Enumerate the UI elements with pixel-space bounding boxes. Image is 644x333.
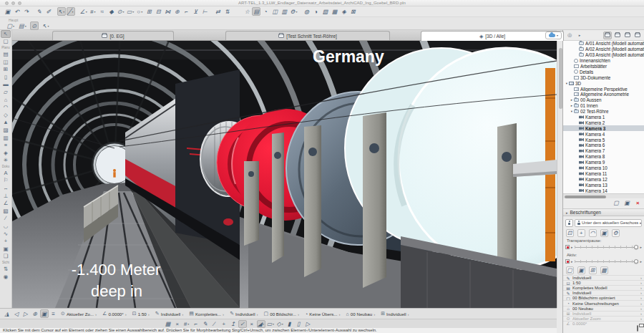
arrow-tool-icon[interactable]: ↖ [57, 7, 66, 16]
teamwork-receive-icon[interactable]: ⇅ [223, 7, 231, 16]
tab-test-schnitt[interactable]: [Test Schnitt Test-Röhre] [225, 31, 390, 40]
subelement-icon[interactable]: ▦ [164, 320, 172, 328]
render-icon[interactable]: ◍ [302, 7, 311, 16]
clone-viewpoint-icon[interactable]: ▣ [623, 199, 631, 207]
camera-tool-icon[interactable]: ◉ [1, 273, 11, 281]
separator[interactable] [298, 7, 301, 16]
tree-item[interactable]: A/01 Ansicht (Modell automatisch wieder … [563, 41, 644, 47]
tree-item[interactable]: Kamera 2 [563, 120, 644, 125]
slope-icon[interactable]: ◢ [257, 320, 265, 328]
tree-item[interactable]: A/03 Ansicht (Modell automatisch wieder … [563, 52, 644, 58]
slider-thumb[interactable] [634, 259, 638, 264]
level-dimension-tool-icon[interactable]: ⊥ [1, 192, 11, 200]
pen-set-dropdown[interactable]: ✎ Individuell [152, 311, 186, 317]
figure-tool-icon[interactable]: ▣ [1, 245, 11, 253]
projektmappe-button[interactable] [603, 32, 612, 39]
delete-viewpoint-icon[interactable]: × [634, 199, 642, 207]
arrow-info-button[interactable]: ↖ [42, 21, 50, 30]
label-tool-icon[interactable]: ⚐ [1, 177, 11, 185]
arc-tool-icon[interactable]: ◡ [1, 222, 11, 230]
layers-icon[interactable]: ▤ [252, 7, 260, 16]
tree-item[interactable]: Allgemeine Perspektive [563, 86, 644, 92]
plus-icon[interactable]: + [220, 320, 228, 328]
new-folder-icon[interactable]: ▢ [613, 199, 620, 207]
screen-set-icon[interactable]: ◫ [270, 7, 279, 16]
line-icon[interactable]: ∕ [210, 320, 219, 328]
scale-row[interactable]: ⊡ 1:50 [563, 280, 644, 285]
line-tool-icon[interactable]: ∕ [1, 215, 11, 223]
3d-viewport[interactable]: Germany -1.400 Meter deep in [12, 41, 557, 308]
object-tool-icon[interactable]: ◈ [1, 149, 11, 157]
orbit-icon[interactable]: ≡ [49, 309, 58, 318]
selection-preset-dropdown[interactable]: ▢ [6, 21, 16, 30]
tree-item[interactable]: Kamera 4 [563, 131, 644, 137]
publish-icon[interactable]: ▥ [280, 7, 288, 16]
layoutbuch-button[interactable] [623, 32, 632, 39]
corner-icon[interactable]: ⌐ [192, 320, 200, 328]
filter-icon[interactable]: ⊡ [566, 229, 574, 237]
scale-dropdown[interactable]: ⊡ 1:50 [130, 311, 152, 317]
arrow-tool-icon[interactable]: ↖ [1, 30, 11, 38]
settings-icon[interactable]: ⚙ [289, 7, 298, 16]
aktiv-slider[interactable]: ▸ ▸ [565, 258, 642, 265]
roof-tool-icon[interactable]: ⌂ [1, 96, 11, 104]
separator[interactable] [76, 7, 79, 16]
lamp-tool-icon[interactable]: ✳ [1, 157, 11, 165]
quick-options-icon[interactable]: ◔ [261, 7, 270, 16]
delete-icon[interactable]: × [173, 320, 182, 328]
dome-icon[interactable]: ◠ [589, 229, 597, 237]
zoom-icon[interactable]: ⊕ [31, 309, 39, 318]
renovation-filter-dropdown[interactable]: ⌂ 00 Neubau [343, 311, 379, 317]
graphic-override-dropdown[interactable]: ◔ Keine Übers... [302, 311, 343, 317]
door-tool-icon[interactable]: ◫ [1, 58, 11, 66]
separator[interactable] [210, 7, 213, 16]
layer-combination-row[interactable]: ▢ 00 Bildschirm optimiert [563, 295, 644, 300]
toolbox-section-sichten[interactable]: Sicht [1, 260, 11, 265]
marquee-3d-icon[interactable]: ⊠ [348, 7, 357, 16]
tree-item[interactable]: Allgemeine Axonometrie [563, 92, 644, 97]
separator[interactable] [31, 7, 34, 16]
story-filter-select[interactable]: Unter dem aktuellen Geschoss ▸ [575, 219, 642, 227]
navigator-popout-icon[interactable]: ▸ [575, 32, 584, 39]
tree-item[interactable]: Kamera 12 [563, 176, 644, 182]
curtain-wall-tool-icon[interactable]: ▥ [1, 134, 11, 142]
raise-icon[interactable]: ↥ [229, 320, 238, 328]
layer-combination-dropdown[interactable]: ▢ 00 Bildschir... [261, 311, 303, 317]
favorites-icon[interactable]: ☆ [243, 7, 251, 16]
toolbox-section-dokumentation[interactable]: Doku [1, 164, 11, 169]
tree-item[interactable]: ▸ 00 Aussen [563, 97, 644, 103]
tab-0-eg[interactable]: [0. EG] [52, 31, 174, 40]
section-tool-icon[interactable]: ⇅ [1, 265, 11, 273]
tree-item[interactable]: A/02 Ansicht (Modell automatisch wieder … [563, 47, 644, 52]
forward-icon[interactable]: ▷ [21, 309, 30, 318]
tree-item[interactable]: Kamera 14 [563, 188, 644, 193]
angle-dimension-tool-icon[interactable]: ∠ [1, 199, 11, 207]
tree-item[interactable]: Kamera 6 [563, 143, 644, 148]
arrow-pen-icon[interactable]: ▷ [303, 320, 312, 328]
polyline-tool-icon[interactable]: ∿ [1, 230, 11, 238]
scrollbar-thumb[interactable] [565, 196, 606, 198]
tree-item[interactable]: Innenansichten [563, 58, 644, 64]
organizer-icon[interactable]: ⊞ [145, 7, 153, 16]
column-tool-icon[interactable]: ▯ [1, 73, 11, 81]
pen-set-row[interactable]: ✎ Individuell [563, 290, 644, 295]
beam-tool-icon[interactable]: ▬ [1, 81, 11, 89]
snap-guides-icon[interactable]: ≈ [98, 7, 107, 16]
grid-snap-icon[interactable]: # [182, 320, 191, 328]
tree-item[interactable]: Kamera 10 [563, 165, 644, 171]
graphic-override-row[interactable]: ◔ Keine Überschreibungen [563, 300, 644, 305]
model-darstellung-dropdown[interactable]: ✎ Individuell [227, 311, 260, 317]
tree-item[interactable]: Kamera 9 [563, 160, 644, 165]
annotation-visibility-button[interactable] [565, 219, 573, 227]
tree-item[interactable]: Kamera 1 [563, 115, 644, 120]
separator[interactable] [54, 7, 57, 16]
undo-icon[interactable]: ↶ [13, 7, 21, 16]
guide-lines-icon[interactable]: ∠ [79, 7, 88, 16]
toolbox-section-planung[interactable]: Planu [1, 45, 11, 50]
grid-display-icon[interactable]: ⊟ [154, 7, 162, 16]
transparentpause-slider[interactable]: ▸ ▸ [565, 243, 642, 251]
tree-item[interactable]: Kamera 3 [563, 125, 644, 131]
snap-points-icon[interactable]: ◆ [107, 7, 116, 16]
grid-icon[interactable]: ⊞ [589, 266, 597, 274]
zoom-row[interactable]: ⊙ Aktueller Zoom [563, 316, 644, 321]
